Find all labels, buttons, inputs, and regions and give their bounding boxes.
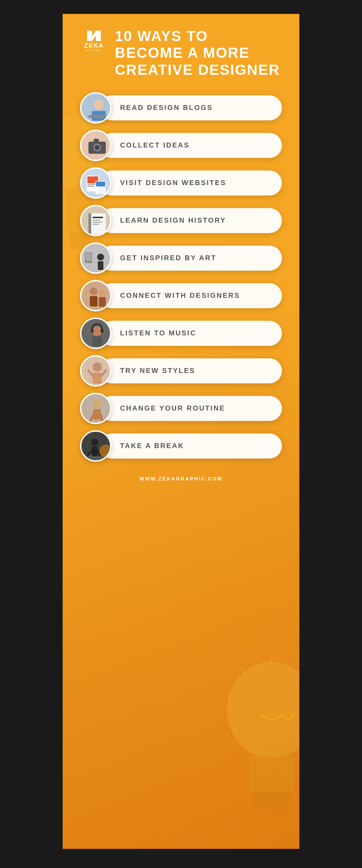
avatar	[80, 393, 111, 424]
svg-rect-35	[93, 222, 102, 223]
avatar	[80, 318, 111, 349]
avatar	[80, 167, 111, 199]
item-label: GET INSPIRED BY ART	[120, 254, 217, 262]
poster: ZEKA DESIGN 10 WAYS TO BECOME A MORE CRE…	[63, 14, 299, 849]
svg-rect-44	[90, 296, 97, 306]
svg-rect-51	[93, 336, 102, 346]
svg-rect-9	[253, 805, 290, 811]
list-item: TRY NEW STYLES	[80, 355, 282, 387]
svg-rect-59	[93, 409, 101, 420]
list-item: COLLECT IDEAS	[80, 130, 282, 161]
items-list: READ DESIGN BLOGS COLLECT IDEAS	[80, 92, 282, 462]
svg-rect-7	[251, 791, 292, 798]
svg-line-61	[101, 415, 102, 421]
svg-rect-8	[252, 798, 291, 805]
item-label: LEARN DESIGN HISTORY	[120, 216, 226, 224]
svg-marker-13	[87, 31, 101, 41]
svg-rect-66	[92, 446, 97, 456]
item-label: TAKE A BREAK	[120, 442, 184, 450]
avatar	[80, 355, 111, 387]
svg-point-48	[92, 326, 102, 336]
item-label: READ DESIGN BLOGS	[120, 104, 213, 112]
item-label: CONNECT WITH DESIGNERS	[120, 292, 240, 300]
svg-rect-29	[96, 182, 105, 186]
list-item: CONNECT WITH DESIGNERS	[80, 280, 282, 311]
logo: ZEKA DESIGN	[80, 31, 108, 52]
list-item: CHANGE YOUR ROUTINE	[80, 393, 282, 424]
item-pill: COLLECT IDEAS	[99, 133, 282, 158]
item-label: VISIT DESIGN WEBSITES	[120, 179, 226, 187]
svg-rect-32	[88, 213, 91, 234]
svg-line-12	[238, 667, 245, 673]
header: ZEKA DESIGN 10 WAYS TO BECOME A MORE CRE…	[80, 28, 282, 78]
avatar	[80, 205, 111, 236]
svg-point-5	[227, 662, 299, 758]
svg-point-45	[99, 289, 106, 296]
logo-icon	[87, 31, 101, 41]
svg-rect-22	[94, 139, 99, 142]
svg-rect-27	[87, 186, 94, 187]
svg-rect-46	[99, 297, 106, 307]
svg-point-38	[97, 254, 104, 261]
avatar	[80, 130, 111, 161]
footer-url: WWW.ZEKAGRAPHIC.COM	[140, 476, 223, 481]
svg-rect-49	[91, 329, 94, 333]
item-pill: VISIT DESIGN WEBSITES	[99, 170, 282, 196]
list-item: LISTEN TO MUSIC	[80, 318, 282, 349]
logo-subtext: DESIGN	[86, 49, 103, 52]
list-item: LEARN DESIGN HISTORY	[80, 205, 282, 236]
item-pill: LISTEN TO MUSIC	[99, 321, 282, 346]
svg-rect-50	[101, 329, 103, 333]
logo-name: ZEKA	[84, 42, 104, 49]
list-item: TAKE A BREAK	[80, 430, 282, 462]
footer: WWW.ZEKAGRAPHIC.COM	[80, 476, 282, 482]
svg-rect-6	[249, 755, 294, 792]
item-pill: CONNECT WITH DESIGNERS	[99, 283, 282, 308]
svg-rect-39	[98, 261, 103, 270]
item-pill: GET INSPIRED BY ART	[99, 246, 282, 271]
svg-rect-41	[86, 253, 91, 261]
list-item: VISIT DESIGN WEBSITES	[80, 167, 282, 199]
item-label: LISTEN TO MUSIC	[120, 329, 196, 337]
avatar	[80, 430, 111, 462]
item-label: TRY NEW STYLES	[120, 367, 195, 375]
list-item: READ DESIGN BLOGS	[80, 92, 282, 124]
svg-line-11	[298, 667, 299, 673]
page-title: 10 WAYS TO BECOME A MORE CREATIVE DESIGN…	[115, 28, 280, 78]
svg-point-21	[95, 145, 100, 150]
svg-rect-33	[93, 217, 103, 218]
svg-rect-17	[88, 115, 106, 118]
svg-rect-54	[93, 373, 102, 384]
avatar	[80, 242, 111, 274]
item-label: CHANGE YOUR ROUTINE	[120, 404, 225, 412]
svg-rect-34	[93, 220, 100, 221]
svg-point-43	[90, 287, 97, 295]
decorative-bulb-right	[216, 647, 299, 821]
svg-point-15	[94, 100, 104, 110]
svg-point-65	[91, 439, 98, 446]
item-pill: READ DESIGN BLOGS	[99, 95, 282, 120]
list-item: GET INSPIRED BY ART	[80, 242, 282, 274]
svg-point-53	[93, 363, 102, 372]
item-pill: TAKE A BREAK	[99, 433, 282, 459]
svg-rect-36	[93, 224, 99, 225]
item-pill: TRY NEW STYLES	[99, 358, 282, 383]
svg-point-58	[93, 400, 101, 408]
item-pill: CHANGE YOUR ROUTINE	[99, 396, 282, 421]
avatar	[80, 280, 111, 311]
avatar	[80, 92, 111, 124]
item-label: COLLECT IDEAS	[120, 141, 190, 149]
item-pill: LEARN DESIGN HISTORY	[99, 208, 282, 233]
